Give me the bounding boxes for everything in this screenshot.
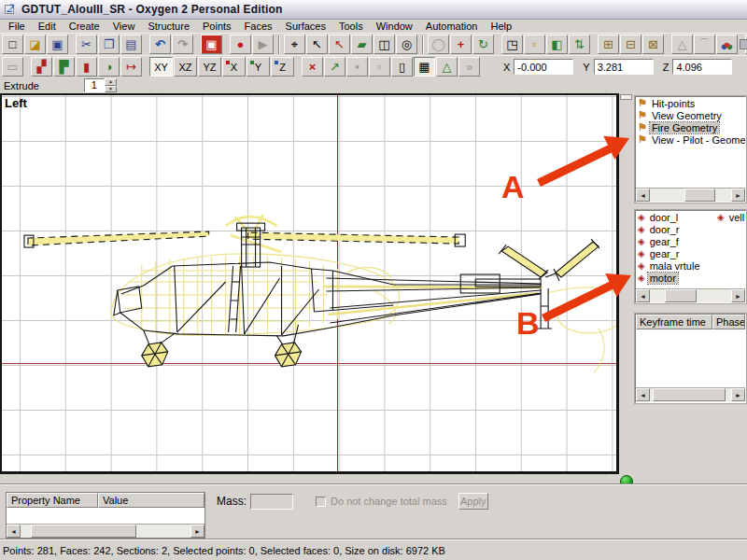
scroll-right-icon[interactable]: ► xyxy=(731,388,745,401)
menu-view[interactable]: View xyxy=(106,20,142,33)
point-cylinders-button[interactable]: ◑ xyxy=(98,57,120,77)
mass-checkbox[interactable] xyxy=(316,497,326,507)
value-header[interactable]: Value xyxy=(98,493,204,508)
wire-button[interactable]: ▫ xyxy=(369,57,390,77)
select-connected-button[interactable]: ◫ xyxy=(374,35,395,54)
weld-button[interactable]: ↻ xyxy=(472,35,494,54)
grid-toggle-button[interactable]: ▦ xyxy=(414,57,435,77)
property-name-header[interactable]: Property Name xyxy=(7,493,98,508)
animations-hscrollbar[interactable]: ◄ ► xyxy=(636,288,745,302)
circle-select-button[interactable]: ◯ xyxy=(428,35,449,54)
plane-xz-button[interactable]: XZ xyxy=(174,57,197,77)
scroll-left-icon[interactable]: ◄ xyxy=(7,525,21,538)
menu-edit[interactable]: Edit xyxy=(32,20,63,33)
menu-tools[interactable]: Tools xyxy=(332,20,370,33)
cut-button[interactable]: ✂ xyxy=(76,35,97,54)
scroll-thumb[interactable] xyxy=(684,189,715,202)
open-button[interactable]: ◪ xyxy=(24,35,46,54)
menu-help[interactable]: Help xyxy=(484,20,518,33)
scroll-left-icon[interactable]: ◄ xyxy=(636,388,650,401)
point-map-button[interactable]: ↦ xyxy=(120,57,142,77)
mirror-button[interactable]: ◧ xyxy=(546,35,568,54)
menu-file[interactable]: File xyxy=(2,20,32,33)
menu-create[interactable]: Create xyxy=(63,20,106,33)
menu-window[interactable]: Window xyxy=(370,20,419,33)
point-merge-button[interactable]: ▞ xyxy=(31,57,52,77)
animation-item-vel[interactable]: ◈vell xyxy=(715,211,745,223)
menu-structure[interactable]: Structure xyxy=(141,20,196,33)
scroll-thumb[interactable] xyxy=(653,388,726,401)
menu-points[interactable]: Points xyxy=(196,20,238,33)
menu-faces[interactable]: Faces xyxy=(238,20,279,33)
animation-item-gear-f[interactable]: ◈gear_f xyxy=(636,235,745,247)
scroll-left-icon[interactable]: ◄ xyxy=(636,189,650,202)
copy-button[interactable]: ❐ xyxy=(98,35,120,54)
select-rectangle-button[interactable]: ⌖ xyxy=(284,35,305,54)
undo-button[interactable]: ↶ xyxy=(149,35,171,54)
scroll-right-icon[interactable]: ► xyxy=(731,189,745,202)
selection-item-view-pilot-geometry[interactable]: ⚑View - Pilot - Geometry xyxy=(636,133,745,146)
apply-button[interactable]: Apply xyxy=(458,493,488,510)
shade-button[interactable]: ▪ xyxy=(346,57,368,77)
point-bar-button[interactable]: ▮ xyxy=(76,57,97,77)
scroll-track[interactable] xyxy=(650,388,731,401)
scroll-track[interactable] xyxy=(21,525,190,538)
coord-y-input[interactable] xyxy=(594,59,654,75)
scroll-right-icon[interactable]: ► xyxy=(190,525,204,538)
select-lasso-button[interactable]: ↖ xyxy=(329,35,350,54)
axis-z-button[interactable]: Z xyxy=(271,57,294,77)
fly-mode-button[interactable]: ↗ xyxy=(324,57,345,77)
selection-item-fire-geometry[interactable]: ⚑Fire Geometry xyxy=(636,121,745,133)
redo-button[interactable]: ↷ xyxy=(172,35,193,54)
selections-hscrollbar[interactable]: ◄ ► xyxy=(636,188,745,202)
property-hscrollbar[interactable]: ◄ ► xyxy=(7,524,204,538)
keyframe-table-body[interactable] xyxy=(636,329,745,387)
scroll-track[interactable] xyxy=(650,189,731,202)
extrude-value[interactable]: 1 xyxy=(84,78,105,92)
menu-automation[interactable]: Automation xyxy=(419,20,485,33)
animation-item-motor[interactable]: ◈motor xyxy=(636,272,745,284)
rotate-box-button[interactable]: ◳ xyxy=(501,35,523,54)
scroll-right-icon[interactable]: ► xyxy=(731,289,745,302)
extrude-spin-down[interactable]: ▼ xyxy=(105,86,117,93)
box-tool-button[interactable]: ▭ xyxy=(2,57,23,77)
scroll-thumb[interactable] xyxy=(665,289,698,302)
select-arrow-button[interactable]: ↖ xyxy=(306,35,328,54)
extrude-spin-up[interactable]: ▲ xyxy=(105,78,117,86)
viewport-splitter-handle[interactable] xyxy=(620,94,632,100)
selection-item-hit-points[interactable]: ⚑Hit-points xyxy=(636,97,745,109)
zoom-extents-button[interactable]: △ xyxy=(436,57,458,77)
flip-button[interactable]: ⇅ xyxy=(569,35,590,54)
scroll-thumb[interactable] xyxy=(31,525,136,538)
hide-selection-button[interactable]: × xyxy=(302,57,323,77)
move-points-button[interactable]: + xyxy=(450,35,472,54)
bounding-box-button[interactable]: ▯ xyxy=(391,57,413,77)
save-button[interactable]: ▣ xyxy=(47,35,68,54)
play-button[interactable]: ▶ xyxy=(252,35,274,54)
keyframe-time-header[interactable]: Keyframe time xyxy=(636,315,712,329)
keyframe-hscrollbar[interactable]: ◄ ► xyxy=(636,387,745,401)
coord-z-input[interactable] xyxy=(672,59,732,75)
select-polygon-button[interactable]: ▰ xyxy=(351,35,373,54)
coord-x-input[interactable] xyxy=(514,59,573,75)
scroll-track[interactable] xyxy=(650,289,731,302)
extrude-edge-button[interactable]: ⊟ xyxy=(620,35,641,54)
selection-item-view-geometry[interactable]: ⚑View Geometry xyxy=(636,109,745,121)
square-button[interactable]: ▫ xyxy=(524,35,545,54)
plane-xy-button[interactable]: XY xyxy=(149,57,173,77)
extrude-face-button[interactable]: ⊠ xyxy=(642,35,664,54)
point-bars-button[interactable]: ▛ xyxy=(53,57,75,77)
new-file-button[interactable]: □ xyxy=(2,35,23,54)
animation-item-gear-r[interactable]: ◈gear_r xyxy=(636,247,745,259)
zoom-tool-button[interactable]: ◎ xyxy=(396,35,417,54)
path-tool-button[interactable]: ⌒ xyxy=(694,35,715,54)
menu-surfaces[interactable]: Surfaces xyxy=(279,20,332,33)
extrude-box-button[interactable]: ⊞ xyxy=(598,35,619,54)
animation-item-mala-vrtule[interactable]: ◈mala vrtule xyxy=(636,259,745,272)
paste-button[interactable]: ▤ xyxy=(120,35,142,54)
axis-x-button[interactable]: X xyxy=(222,57,246,77)
scroll-left-icon[interactable]: ◄ xyxy=(636,289,650,302)
animation-item-door-r[interactable]: ◈door_r xyxy=(636,223,745,235)
record-button[interactable]: ● xyxy=(230,35,251,54)
viewport-left[interactable]: Left xyxy=(0,93,619,474)
